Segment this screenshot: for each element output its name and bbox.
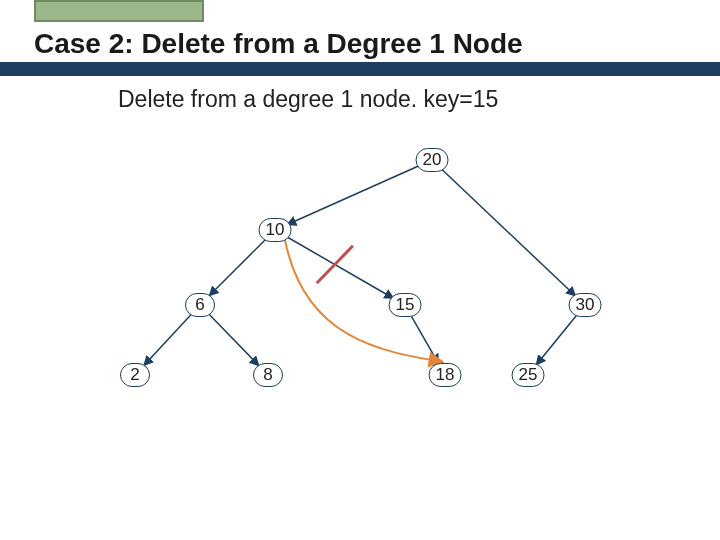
edge-n20-n10	[287, 165, 420, 224]
edge-n6-n8	[209, 314, 259, 365]
node-30: 30	[569, 293, 602, 317]
node-8: 8	[253, 363, 283, 387]
node-2: 2	[120, 363, 150, 387]
cut-mark	[318, 247, 352, 283]
edge-n30-n25	[536, 315, 577, 365]
slide: Case 2: Delete from a Degree 1 Node Dele…	[0, 0, 720, 540]
edge-n10-n6	[209, 239, 266, 296]
edge-n6-n2	[144, 315, 191, 366]
node-20: 20	[416, 148, 449, 172]
node-25: 25	[512, 363, 545, 387]
diagram-edges	[0, 0, 720, 540]
node-18: 18	[429, 363, 462, 387]
node-15: 15	[389, 293, 422, 317]
node-6: 6	[185, 293, 215, 317]
edge-n20-n30	[441, 169, 575, 296]
node-10: 10	[259, 218, 292, 242]
